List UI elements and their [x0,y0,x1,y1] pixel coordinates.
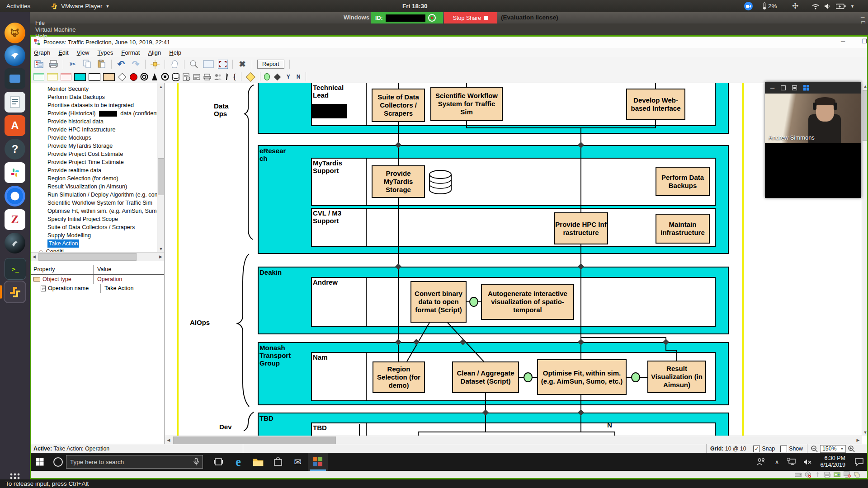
window-icon[interactable] [781,85,786,90]
window-icon[interactable] [792,85,797,90]
help-icon[interactable]: ? [5,139,25,160]
zoom-in-icon[interactable] [848,446,855,452]
redo-icon[interactable]: ↷ [130,59,141,69]
box-autogenerate-visualization[interactable]: Autogenerate interactive visualization o… [481,284,574,320]
palette-row-icon[interactable] [89,73,100,81]
scroll-thumb[interactable] [158,158,165,195]
list-item[interactable]: Specify Initial Project Scope [31,215,157,223]
list-item[interactable]: Provide MyTardis Storage [31,142,157,150]
hdd-icon[interactable] [795,472,802,478]
show-checkbox[interactable] [780,446,787,452]
zoom-tray-icon[interactable] [744,0,753,12]
palette-database-icon[interactable] [172,73,180,81]
vmware-menu-item[interactable]: Help [30,33,81,40]
zoom-out-icon[interactable] [811,446,818,452]
vmware-menu-item[interactable]: File [30,19,81,26]
active-app-icon[interactable] [308,453,328,471]
app-titlebar[interactable]: Process: Traffic Prediction, June 10, 20… [30,37,868,48]
scroll-left-arrow[interactable]: ◀ [31,253,38,261]
microsoft-store-icon[interactable] [268,453,288,471]
box-develop-web-interface[interactable]: Develop Web-based Interface [626,89,685,120]
palette-connector-icon[interactable] [264,73,270,80]
text-editor-icon[interactable] [5,92,25,113]
vmware-player-menu[interactable]: VMware Player▼ [51,0,109,12]
scroll-down-arrow[interactable]: ▼ [157,245,165,252]
scroll-right-arrow[interactable]: ▶ [854,436,862,444]
property-row[interactable]: Operation name Take Action [31,284,164,293]
palette-yes-icon[interactable]: Y [287,74,290,80]
zotero-icon[interactable]: Z [5,209,25,230]
restore-button[interactable]: ❐ [862,38,867,45]
app-menu-item[interactable]: Align [144,49,165,56]
task-view-button[interactable] [208,453,228,471]
box-perform-data-backups[interactable]: Perform Data Backups [656,167,710,196]
list-item[interactable]: Region Selection (for demo) [31,174,157,183]
mail-icon[interactable]: ✉ [288,453,308,471]
palette-brace-icon[interactable]: { [233,72,236,81]
palette-diamond-icon[interactable] [274,73,281,80]
minimize-button[interactable]: ─ [841,38,845,45]
palette-target-icon[interactable] [161,73,169,81]
scroll-left-arrow[interactable]: ◀ [165,436,172,444]
chromium-icon[interactable] [5,186,25,206]
box-region-selection[interactable]: Region Selection (for demo) [373,361,425,393]
list-item[interactable]: Provide (Historical) data (confidential) [31,109,157,117]
canvas-horizontal-scrollbar[interactable]: ◀ ▶ [165,436,862,444]
software-center-icon[interactable]: A [5,115,25,136]
clock[interactable]: Fri 18:30 [402,0,428,12]
app-menu-item[interactable]: Edit [54,49,72,56]
dark-app-icon[interactable] [5,233,25,253]
cut-icon[interactable]: ✂ [67,59,78,69]
system-tray[interactable]: ▼ [811,0,854,12]
fit-view-icon[interactable] [217,59,228,69]
box-result-visualization[interactable]: Result Visualization (in Aimsun) [647,361,706,393]
usb-arrows-icon[interactable] [815,471,821,478]
scroll-right-arrow[interactable]: ▶ [157,253,164,261]
print-icon[interactable] [48,59,59,69]
display-disconnected-icon[interactable] [844,471,851,478]
zoom-tool-icon[interactable] [189,59,199,69]
palette-operation-icon[interactable] [103,73,115,81]
palette-lane-icon[interactable] [74,73,86,81]
palette-gateway-icon[interactable] [246,72,255,81]
box-provide-hpc-infrastructure[interactable]: Provide HPC Infrastructure [554,212,608,244]
zoom-video-window[interactable]: ─ Andrew Simmons [765,82,861,198]
activities-button[interactable]: Activities [6,0,30,12]
palette-stop-icon[interactable] [130,73,137,81]
volume-muted-icon[interactable] [799,453,816,471]
zoom-window-titlebar[interactable]: ─ [765,82,861,94]
palette-ring-icon[interactable] [140,73,148,81]
list-item[interactable]: Provide Mockups [31,134,157,142]
box-convert-binary-data[interactable]: Convert binary data to open format (Scri… [410,281,467,323]
app-menu-item[interactable]: Format [117,49,144,56]
palette-cone-icon[interactable] [151,73,158,81]
property-row[interactable]: Object type Operation [31,275,164,284]
palette-decision-icon[interactable] [118,73,126,81]
palette-no-icon[interactable]: N [297,74,301,80]
microphone-icon[interactable] [193,458,199,466]
printer-icon[interactable] [824,472,830,478]
grid-status[interactable]: Grid: 10 @ 10 ✓Snap Show [707,444,807,453]
palette-model-green-icon[interactable] [33,73,44,80]
list-vertical-scrollbar[interactable]: ▲ ▼ [157,83,165,252]
fullscreen-grip-icon[interactable] [854,472,860,478]
workspace-icon[interactable]: ✣ [792,0,798,12]
open-model-icon[interactable] [33,59,44,69]
box-scientific-workflow[interactable]: Scientific Workflow System for Traffic S… [430,87,503,121]
firefox-icon[interactable]: 🦊︎ [5,23,25,43]
list-item[interactable]: Take Action [47,239,79,248]
soundcard-icon[interactable] [834,472,840,478]
object-list[interactable]: Monitor SecurityPerform Data BackupsPrio… [31,83,157,254]
zoom-level-select[interactable]: 150%▼ [820,445,846,453]
file-explorer-icon[interactable] [248,453,268,471]
list-item[interactable]: Prioritise datasets to be integrated [31,101,157,109]
box-clean-aggregate[interactable]: Clean / Aggregate Dataset (Script) [452,361,519,393]
gallery-view-icon[interactable] [803,85,809,91]
vmware-window-titlebar[interactable]: Windows 1 ID: Stop Share (Evaluation lic… [30,12,868,23]
center-node-icon[interactable] [150,59,160,69]
property-header[interactable]: Property Value [31,265,164,275]
people-button[interactable] [752,453,769,471]
list-item[interactable]: Result Visualization (in Aimsun) [31,183,157,191]
list-item[interactable]: Provide realtime data [31,166,157,174]
list-item[interactable]: Provide Project Time Estimate [31,158,157,166]
